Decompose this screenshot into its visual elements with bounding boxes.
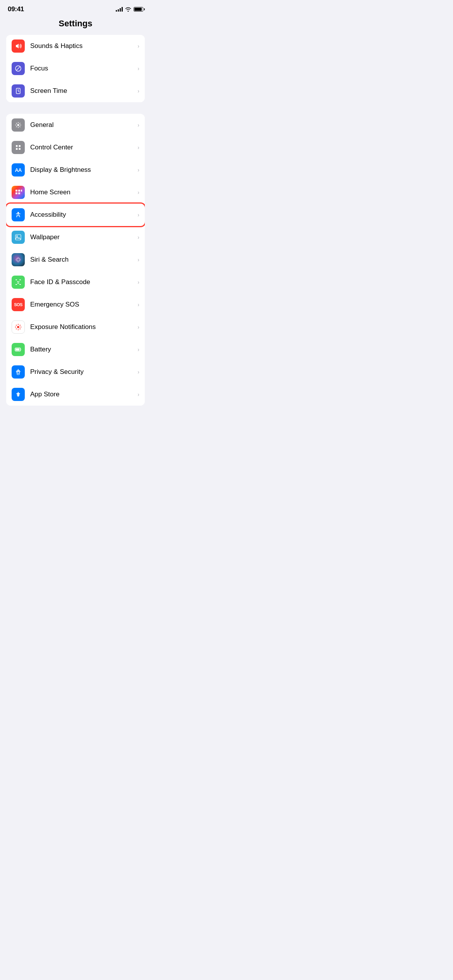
wallpaper-icon	[12, 231, 25, 244]
siri-icon	[12, 253, 25, 266]
battery-status-icon	[134, 7, 143, 12]
wallpaper-chevron: ›	[137, 234, 139, 240]
general-label: General	[30, 121, 137, 129]
screentime-chevron: ›	[137, 88, 139, 94]
svg-point-12	[16, 235, 18, 237]
sidebar-item-exposure[interactable]: Exposure Notifications ›	[6, 316, 145, 338]
svg-point-1	[17, 124, 19, 126]
appstore-icon	[12, 388, 25, 401]
sidebar-item-sounds[interactable]: Sounds & Haptics ›	[6, 35, 145, 57]
svg-point-22	[15, 327, 16, 327]
svg-rect-3	[19, 145, 21, 147]
svg-rect-10	[21, 190, 22, 192]
status-icons	[116, 7, 143, 12]
sidebar-item-battery[interactable]: Battery ›	[6, 338, 145, 361]
general-icon	[12, 118, 25, 132]
svg-point-25	[20, 325, 21, 326]
appstore-label: App Store	[30, 391, 137, 398]
sidebar-item-appstore[interactable]: App Store ›	[6, 383, 145, 406]
displaybrightness-label: Display & Brightness	[30, 166, 137, 174]
status-time: 09:41	[8, 5, 24, 13]
controlcenter-label: Control Center	[30, 144, 137, 151]
sidebar-item-controlcenter[interactable]: Control Center ›	[6, 136, 145, 159]
sidebar-item-displaybrightness[interactable]: AA Display & Brightness ›	[6, 159, 145, 181]
siri-label: Siri & Search	[30, 256, 137, 264]
settings-group-1: Sounds & Haptics › Focus › Screen Time ›	[6, 35, 145, 102]
sidebar-item-privacy[interactable]: Privacy & Security ›	[6, 361, 145, 383]
emergencysos-chevron: ›	[137, 302, 139, 308]
sidebar-item-homescreen[interactable]: Home Screen ›	[6, 181, 145, 204]
sidebar-item-siri[interactable]: Siri & Search ›	[6, 248, 145, 271]
faceid-label: Face ID & Passcode	[30, 278, 137, 286]
privacy-icon	[12, 365, 25, 379]
homescreen-icon	[12, 186, 25, 199]
general-chevron: ›	[137, 122, 139, 128]
svg-rect-6	[15, 190, 17, 192]
battery-chevron: ›	[137, 346, 139, 353]
faceid-icon	[12, 276, 25, 289]
sidebar-item-faceid[interactable]: Face ID & Passcode ›	[6, 271, 145, 293]
siri-chevron: ›	[137, 257, 139, 263]
wifi-icon	[125, 7, 131, 12]
battery-label: Battery	[30, 346, 137, 353]
svg-point-26	[16, 329, 17, 329]
svg-point-16	[15, 257, 21, 262]
svg-rect-9	[18, 192, 20, 194]
svg-rect-8	[15, 192, 17, 194]
svg-point-27	[20, 329, 21, 329]
wallpaper-label: Wallpaper	[30, 233, 137, 241]
displaybrightness-chevron: ›	[137, 167, 139, 173]
svg-point-24	[16, 325, 17, 326]
emergencysos-icon: SOS	[12, 298, 25, 311]
focus-chevron: ›	[137, 65, 139, 72]
sidebar-item-screentime[interactable]: Screen Time ›	[6, 80, 145, 102]
exposure-label: Exposure Notifications	[30, 323, 137, 331]
svg-point-11	[17, 212, 19, 214]
accessibility-icon	[12, 208, 25, 221]
sounds-label: Sounds & Haptics	[30, 42, 137, 50]
svg-rect-7	[18, 190, 20, 192]
accessibility-label: Accessibility	[30, 211, 137, 219]
svg-point-20	[18, 324, 19, 325]
sounds-icon	[12, 39, 25, 53]
page-title: Settings	[0, 15, 151, 35]
screentime-label: Screen Time	[30, 87, 137, 95]
accessibility-chevron: ›	[137, 212, 139, 218]
exposure-chevron: ›	[137, 324, 139, 330]
controlcenter-icon	[12, 141, 25, 154]
focus-label: Focus	[30, 65, 137, 72]
controlcenter-chevron: ›	[137, 144, 139, 151]
svg-rect-29	[16, 349, 20, 351]
svg-point-23	[21, 327, 21, 327]
sidebar-item-focus[interactable]: Focus ›	[6, 57, 145, 80]
focus-icon	[12, 62, 25, 75]
screentime-icon	[12, 84, 25, 98]
battery-icon-row	[12, 343, 25, 356]
svg-rect-2	[16, 145, 18, 147]
exposure-icon	[12, 320, 25, 334]
appstore-chevron: ›	[137, 391, 139, 397]
svg-rect-5	[19, 148, 21, 150]
settings-group-2: General › Control Center › AA Display & …	[6, 114, 145, 406]
privacy-chevron: ›	[137, 369, 139, 375]
sidebar-item-emergencysos[interactable]: SOS Emergency SOS ›	[6, 293, 145, 316]
sidebar-item-general[interactable]: General ›	[6, 114, 145, 136]
faceid-chevron: ›	[137, 279, 139, 285]
svg-point-19	[17, 326, 19, 328]
sidebar-item-accessibility[interactable]: Accessibility ›	[6, 204, 145, 226]
homescreen-label: Home Screen	[30, 188, 137, 196]
sounds-chevron: ›	[137, 43, 139, 49]
privacy-label: Privacy & Security	[30, 368, 137, 376]
homescreen-chevron: ›	[137, 189, 139, 195]
signal-icon	[116, 7, 123, 12]
sidebar-item-wallpaper[interactable]: Wallpaper ›	[6, 226, 145, 248]
emergencysos-label: Emergency SOS	[30, 301, 137, 308]
status-bar: 09:41	[0, 0, 151, 15]
svg-rect-4	[16, 148, 18, 150]
svg-point-21	[18, 329, 19, 330]
displaybrightness-icon: AA	[12, 163, 25, 176]
